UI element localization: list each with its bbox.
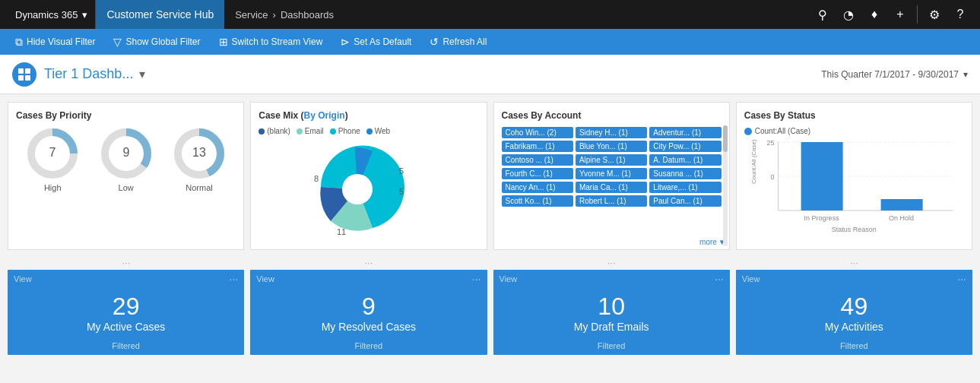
pie-legend: (blank) Email Phone Web <box>258 127 478 135</box>
dynamics-chevron[interactable]: ▾ <box>82 9 87 21</box>
tile-2-ellipsis[interactable]: ··· <box>472 273 481 285</box>
tile-4-wrapper: ··· View ··· 49 My Activities Filtered <box>736 256 972 355</box>
breadcrumb-sep: › <box>273 9 276 21</box>
donut-normal: 13 Normal <box>173 127 226 192</box>
svg-text:Count:All (Case): Count:All (Case) <box>750 139 756 184</box>
command-bar: ⧉ Hide Visual Filter ▽ Show Global Filte… <box>0 29 980 55</box>
svg-text:0: 0 <box>770 173 774 181</box>
donut-low-label: Low <box>119 183 134 192</box>
account-tag[interactable]: Alpine S... (1) <box>576 154 647 166</box>
tile-2-footer: Filtered <box>250 341 487 355</box>
donut-normal-label: Normal <box>186 183 212 192</box>
tile-draft-emails[interactable]: View ··· 10 My Draft Emails Filtered <box>493 270 730 355</box>
tile-3-wrapper: ··· View ··· 10 My Draft Emails Filtered <box>493 256 730 355</box>
date-chevron[interactable]: ▾ <box>963 69 968 80</box>
tile-2-number: 9 <box>362 293 376 320</box>
by-origin-link[interactable]: By Origin <box>304 110 345 121</box>
tile-1-ellipsis[interactable]: ··· <box>230 273 239 285</box>
svg-rect-0 <box>18 68 24 74</box>
account-tag[interactable]: Coho Win... (2) <box>502 127 573 138</box>
bar-chart-svg: 25 0 In Progress On Hold Count:All (Case… <box>744 138 964 229</box>
account-tag[interactable]: A. Datum... (1) <box>649 154 721 166</box>
refresh-all-btn[interactable]: ↺ Refresh All <box>422 33 494 51</box>
account-tag[interactable]: Nancy An... (1) <box>502 182 573 193</box>
help-icon[interactable]: ♦ <box>862 2 886 27</box>
global-filter-icon: ▽ <box>113 36 122 48</box>
account-tag[interactable]: Fourth C... (1) <box>502 168 573 179</box>
show-global-filter-btn[interactable]: ▽ Show Global Filter <box>106 33 208 51</box>
dashboard-header: Tier 1 Dashb... ▾ This Quarter 7/1/2017 … <box>0 55 980 94</box>
account-tag[interactable]: Sidney H... (1) <box>576 127 647 138</box>
account-tag[interactable]: Contoso ... (1) <box>502 154 573 166</box>
account-tag[interactable]: Adventur... (1) <box>649 127 721 138</box>
tile-active-cases[interactable]: View ··· 29 My Active Cases Filtered <box>8 270 244 355</box>
add-icon[interactable]: + <box>888 2 912 27</box>
clock-icon[interactable]: ◔ <box>836 2 861 27</box>
tile-4-number: 49 <box>841 293 868 320</box>
legend-dot-email <box>297 128 303 135</box>
dynamics-nav[interactable]: Dynamics 365 ▾ <box>8 0 96 29</box>
filter-icon: ⧉ <box>15 36 23 49</box>
account-tag[interactable]: Robert L... (1) <box>576 195 647 207</box>
svg-rect-1 <box>25 68 30 74</box>
tile-1-footer: Filtered <box>8 341 244 355</box>
dashboard-title[interactable]: Tier 1 Dashb... <box>44 66 133 82</box>
switch-stream-btn[interactable]: ⊞ Switch to Stream View <box>211 33 331 51</box>
chart-title-priority: Cases By Priority <box>16 110 236 121</box>
tile-1-dots-top: ··· <box>8 256 244 268</box>
tiles-row: ··· View ··· 29 My Active Cases Filtered… <box>8 256 972 355</box>
stream-icon: ⊞ <box>219 36 228 48</box>
legend-dot-blank <box>258 128 265 135</box>
tile-3-dots-top: ··· <box>493 256 730 268</box>
dashboard-chevron[interactable]: ▾ <box>139 67 145 81</box>
chart-title-account: Cases By Account <box>502 110 722 121</box>
account-tag[interactable]: Blue Yon... (1) <box>576 141 647 152</box>
set-default-btn[interactable]: ⊳ Set As Default <box>333 33 419 51</box>
tile-1-number: 29 <box>113 293 140 320</box>
account-tag[interactable]: Yvonne M... (1) <box>576 168 647 179</box>
question-icon[interactable]: ? <box>948 2 972 27</box>
svg-rect-3 <box>25 75 30 81</box>
tile-1-name: My Active Cases <box>87 321 165 333</box>
legend-phone: Phone <box>330 127 360 135</box>
tile-3-ellipsis[interactable]: ··· <box>715 273 724 285</box>
donut-high-svg: 7 <box>26 127 79 180</box>
donut-normal-svg: 13 <box>173 127 226 180</box>
tile-2-name: My Resolved Cases <box>322 321 417 333</box>
nav-divider <box>917 5 918 24</box>
svg-text:On Hold: On Hold <box>889 214 914 222</box>
legend-blank: (blank) <box>258 127 290 135</box>
tile-resolved-cases[interactable]: View ··· 9 My Resolved Cases Filtered <box>250 270 487 355</box>
tile-3-number: 10 <box>598 293 625 320</box>
account-tag[interactable]: City Pow... (1) <box>649 141 721 152</box>
account-tag[interactable]: Susanna ... (1) <box>649 168 721 179</box>
tile-2-body: 9 My Resolved Cases <box>250 288 487 341</box>
legend-dot-web <box>366 128 373 135</box>
top-nav: Dynamics 365 ▾ Customer Service Hub Serv… <box>0 0 980 29</box>
account-tag[interactable]: Paul Can... (1) <box>649 195 721 207</box>
more-link[interactable]: more ▼ <box>699 238 726 246</box>
tile-4-body: 49 My Activities <box>736 288 972 341</box>
donut-high-label: High <box>44 183 62 192</box>
breadcrumb: Service › Dashboards <box>224 9 810 21</box>
tile-activities[interactable]: View ··· 49 My Activities Filtered <box>736 270 972 355</box>
donut-low-svg: 9 <box>100 127 153 180</box>
breadcrumb-active: Dashboards <box>281 9 334 21</box>
breadcrumb-service[interactable]: Service <box>235 9 268 21</box>
hide-visual-filter-btn[interactable]: ⧉ Hide Visual Filter <box>8 33 103 52</box>
legend-email: Email <box>297 127 324 135</box>
search-icon[interactable]: ⚲ <box>810 2 835 27</box>
charts-row: Cases By Priority 7 High 9 <box>8 102 972 250</box>
svg-text:11: 11 <box>337 227 346 236</box>
tile-4-ellipsis[interactable]: ··· <box>957 273 966 285</box>
bar-on-hold[interactable] <box>880 199 922 210</box>
account-tag[interactable]: Litware,... (1) <box>649 182 721 193</box>
scroll-thumb <box>723 125 728 152</box>
account-tag[interactable]: Fabrikam... (1) <box>502 141 573 152</box>
account-tag[interactable]: Scott Ko... (1) <box>502 195 573 207</box>
settings-icon[interactable]: ⚙ <box>922 2 947 27</box>
tile-4-dots-top: ··· <box>736 256 972 268</box>
bar-in-progress[interactable] <box>801 142 842 210</box>
account-tag[interactable]: Maria Ca... (1) <box>576 182 647 193</box>
app-name[interactable]: Customer Service Hub <box>96 0 224 29</box>
